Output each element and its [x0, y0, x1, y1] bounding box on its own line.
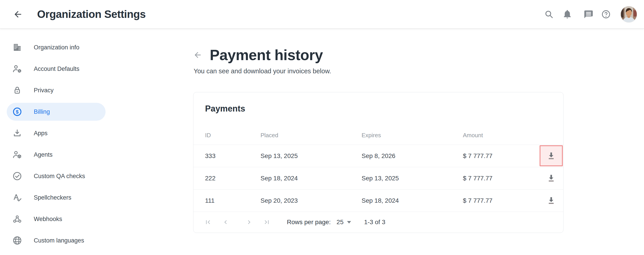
column-header-amount: Amount [463, 132, 483, 139]
back-arrow-icon [13, 9, 23, 19]
payment-history-back-button[interactable] [192, 50, 203, 60]
cell-id: 222 [205, 175, 216, 182]
webhook-icon [12, 214, 22, 224]
sidebar-item-label: Webhooks [34, 216, 62, 223]
section-heading: Payment history [210, 46, 323, 63]
cell-amount: $ 7 777.77 [463, 197, 492, 204]
chevron-left-icon [222, 218, 230, 226]
last-page-button[interactable] [262, 217, 272, 228]
organization-settings-page: Organization Settings [0, 0, 644, 255]
last-page-icon [263, 218, 270, 226]
section-subtitle: You can see and download your invoices b… [194, 67, 331, 75]
cell-amount: $ 7 777.77 [463, 175, 492, 182]
cell-expires: Sep 13, 2025 [362, 175, 399, 182]
back-arrow-icon [193, 50, 202, 59]
cell-placed: Sep 20, 2023 [260, 197, 298, 204]
sidebar-item-privacy[interactable]: Privacy [0, 80, 115, 101]
notifications-button[interactable] [562, 9, 573, 20]
cell-amount: $ 7 777.77 [463, 152, 492, 160]
cell-expires: Sep 8, 2026 [362, 152, 395, 160]
table-pagination: Rows per page: 25 1-3 of 3 [194, 212, 563, 233]
sidebar-item-webhooks[interactable]: Webhooks [0, 208, 115, 230]
column-header-id: ID [205, 132, 211, 139]
sidebar-item-label: Apps [34, 130, 48, 137]
download-icon [546, 196, 556, 205]
sidebar-item-label: Custom QA checks [34, 173, 85, 180]
sidebar-item-label: Billing [34, 108, 50, 115]
cell-id: 111 [205, 197, 215, 204]
sidebar-item-label: Agents [34, 151, 52, 158]
lock-icon [12, 85, 22, 96]
rows-per-page-select[interactable]: 25 [336, 219, 351, 226]
table-row: 111 Sep 20, 2023 Sep 18, 2024 $ 7 777.77 [194, 190, 563, 212]
sidebar-item-spellcheckers[interactable]: Spellcheckers [0, 187, 115, 208]
next-page-button[interactable] [244, 217, 254, 228]
person-cube-icon [12, 149, 22, 160]
download-icon [12, 128, 22, 139]
cell-expires: Sep 18, 2024 [362, 197, 399, 204]
sidebar-item-organization-info[interactable]: Organization info [0, 37, 115, 58]
column-header-placed: Placed [260, 132, 278, 139]
person-gear-icon [12, 63, 22, 74]
sidebar-item-billing[interactable]: $ Billing [0, 101, 115, 122]
sidebar-item-agents[interactable]: Agents [0, 144, 115, 165]
spellcheck-icon [12, 192, 22, 203]
chevron-right-icon [245, 218, 253, 226]
sidebar-item-label: Custom languages [34, 237, 84, 244]
cell-placed: Sep 13, 2025 [260, 152, 298, 160]
user-avatar[interactable] [620, 6, 637, 23]
globe-icon [12, 235, 22, 246]
previous-page-button[interactable] [220, 217, 231, 228]
help-button[interactable] [600, 9, 611, 20]
top-app-bar: Organization Settings [0, 0, 644, 29]
cell-placed: Sep 18, 2024 [260, 175, 298, 182]
search-icon [544, 9, 554, 19]
cell-id: 333 [205, 152, 216, 160]
dollar-circle-icon: $ [12, 106, 22, 117]
sidebar-item-label: Account Defaults [34, 65, 80, 72]
search-button[interactable] [544, 9, 554, 20]
download-invoice-button[interactable] [540, 190, 563, 211]
table-row: 222 Sep 18, 2024 Sep 13, 2025 $ 7 777.77 [194, 167, 563, 190]
column-header-expires: Expires [362, 132, 381, 139]
help-icon [601, 9, 611, 19]
sidebar-item-apps[interactable]: Apps [0, 122, 115, 144]
table-row: 333 Sep 13, 2025 Sep 8, 2026 $ 7 777.77 [194, 145, 563, 167]
chat-button[interactable] [583, 9, 594, 20]
building-icon [12, 42, 22, 53]
pagination-range-label: 1-3 of 3 [364, 219, 385, 226]
table-header-row: ID Placed Expires Amount [194, 126, 563, 145]
chat-icon [584, 9, 594, 19]
download-invoice-button[interactable] [540, 168, 563, 189]
check-circle-icon [12, 171, 22, 182]
sidebar-item-label: Spellcheckers [34, 194, 71, 201]
download-invoice-button[interactable] [540, 145, 563, 166]
bell-icon [562, 9, 572, 19]
rows-per-page-label: Rows per page: [287, 219, 331, 226]
sidebar-item-custom-qa-checks[interactable]: Custom QA checks [0, 165, 115, 187]
main-content: Payment history You can see and download… [115, 29, 644, 255]
settings-sidebar: Organization info Account Defaults [0, 29, 115, 255]
first-page-icon [204, 218, 212, 226]
sidebar-item-custom-languages[interactable]: Custom languages [0, 230, 115, 251]
sidebar-item-label: Privacy [34, 87, 54, 94]
sidebar-item-label: Organization info [34, 44, 80, 51]
rows-per-page-value: 25 [336, 219, 344, 226]
sidebar-item-account-defaults[interactable]: Account Defaults [0, 58, 115, 80]
download-icon [546, 173, 556, 183]
first-page-button[interactable] [202, 217, 213, 228]
payments-card: Payments ID Placed Expires Amount 333 Se… [193, 92, 564, 233]
download-icon [546, 151, 556, 161]
chevron-down-icon [347, 221, 351, 224]
page-title: Organization Settings [37, 8, 146, 20]
svg-text:$: $ [16, 109, 18, 115]
card-title: Payments [205, 103, 563, 114]
back-button[interactable] [12, 9, 23, 20]
